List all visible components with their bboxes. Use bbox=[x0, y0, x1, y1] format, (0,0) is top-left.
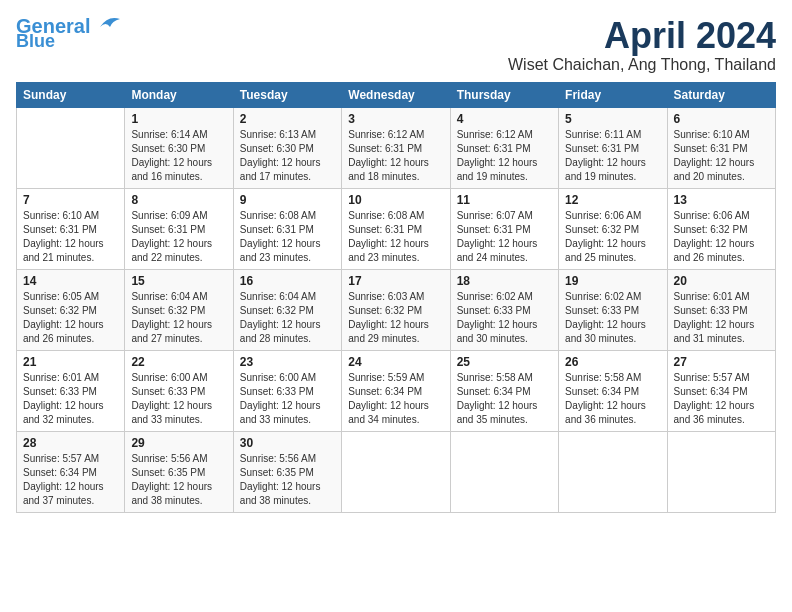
day-info: Sunrise: 6:03 AMSunset: 6:32 PMDaylight:… bbox=[348, 290, 443, 346]
day-info: Sunrise: 6:04 AMSunset: 6:32 PMDaylight:… bbox=[240, 290, 335, 346]
calendar-cell bbox=[559, 431, 667, 512]
calendar-week-row: 21Sunrise: 6:01 AMSunset: 6:33 PMDayligh… bbox=[17, 350, 776, 431]
calendar-cell: 27Sunrise: 5:57 AMSunset: 6:34 PMDayligh… bbox=[667, 350, 775, 431]
calendar-cell: 25Sunrise: 5:58 AMSunset: 6:34 PMDayligh… bbox=[450, 350, 558, 431]
day-number: 30 bbox=[240, 436, 335, 450]
day-number: 27 bbox=[674, 355, 769, 369]
day-number: 24 bbox=[348, 355, 443, 369]
calendar-cell: 15Sunrise: 6:04 AMSunset: 6:32 PMDayligh… bbox=[125, 269, 233, 350]
day-info: Sunrise: 6:00 AMSunset: 6:33 PMDaylight:… bbox=[131, 371, 226, 427]
page-header: General Blue April 2024 Wiset Chaichan, … bbox=[16, 16, 776, 74]
day-info: Sunrise: 5:56 AMSunset: 6:35 PMDaylight:… bbox=[240, 452, 335, 508]
calendar-cell: 16Sunrise: 6:04 AMSunset: 6:32 PMDayligh… bbox=[233, 269, 341, 350]
day-info: Sunrise: 5:57 AMSunset: 6:34 PMDaylight:… bbox=[23, 452, 118, 508]
day-info: Sunrise: 5:57 AMSunset: 6:34 PMDaylight:… bbox=[674, 371, 769, 427]
calendar-cell: 3Sunrise: 6:12 AMSunset: 6:31 PMDaylight… bbox=[342, 107, 450, 188]
day-info: Sunrise: 6:06 AMSunset: 6:32 PMDaylight:… bbox=[674, 209, 769, 265]
calendar-cell: 7Sunrise: 6:10 AMSunset: 6:31 PMDaylight… bbox=[17, 188, 125, 269]
day-number: 4 bbox=[457, 112, 552, 126]
calendar-cell: 10Sunrise: 6:08 AMSunset: 6:31 PMDayligh… bbox=[342, 188, 450, 269]
calendar-cell: 11Sunrise: 6:07 AMSunset: 6:31 PMDayligh… bbox=[450, 188, 558, 269]
day-number: 7 bbox=[23, 193, 118, 207]
day-info: Sunrise: 6:04 AMSunset: 6:32 PMDaylight:… bbox=[131, 290, 226, 346]
calendar-cell: 19Sunrise: 6:02 AMSunset: 6:33 PMDayligh… bbox=[559, 269, 667, 350]
day-info: Sunrise: 6:06 AMSunset: 6:32 PMDaylight:… bbox=[565, 209, 660, 265]
day-of-week-header: Monday bbox=[125, 82, 233, 107]
calendar-cell: 4Sunrise: 6:12 AMSunset: 6:31 PMDaylight… bbox=[450, 107, 558, 188]
day-info: Sunrise: 6:10 AMSunset: 6:31 PMDaylight:… bbox=[674, 128, 769, 184]
day-number: 18 bbox=[457, 274, 552, 288]
calendar-cell: 21Sunrise: 6:01 AMSunset: 6:33 PMDayligh… bbox=[17, 350, 125, 431]
location-title: Wiset Chaichan, Ang Thong, Thailand bbox=[508, 56, 776, 74]
day-info: Sunrise: 6:01 AMSunset: 6:33 PMDaylight:… bbox=[23, 371, 118, 427]
calendar-cell: 26Sunrise: 5:58 AMSunset: 6:34 PMDayligh… bbox=[559, 350, 667, 431]
calendar-cell bbox=[450, 431, 558, 512]
day-number: 20 bbox=[674, 274, 769, 288]
day-number: 6 bbox=[674, 112, 769, 126]
day-number: 23 bbox=[240, 355, 335, 369]
day-number: 10 bbox=[348, 193, 443, 207]
calendar-cell: 5Sunrise: 6:11 AMSunset: 6:31 PMDaylight… bbox=[559, 107, 667, 188]
calendar-cell: 17Sunrise: 6:03 AMSunset: 6:32 PMDayligh… bbox=[342, 269, 450, 350]
logo: General Blue bbox=[16, 16, 124, 50]
day-number: 12 bbox=[565, 193, 660, 207]
day-info: Sunrise: 6:08 AMSunset: 6:31 PMDaylight:… bbox=[240, 209, 335, 265]
day-number: 19 bbox=[565, 274, 660, 288]
day-info: Sunrise: 6:07 AMSunset: 6:31 PMDaylight:… bbox=[457, 209, 552, 265]
day-info: Sunrise: 5:58 AMSunset: 6:34 PMDaylight:… bbox=[565, 371, 660, 427]
calendar-cell: 29Sunrise: 5:56 AMSunset: 6:35 PMDayligh… bbox=[125, 431, 233, 512]
day-number: 26 bbox=[565, 355, 660, 369]
calendar-cell: 6Sunrise: 6:10 AMSunset: 6:31 PMDaylight… bbox=[667, 107, 775, 188]
day-info: Sunrise: 6:13 AMSunset: 6:30 PMDaylight:… bbox=[240, 128, 335, 184]
day-number: 29 bbox=[131, 436, 226, 450]
calendar-cell: 13Sunrise: 6:06 AMSunset: 6:32 PMDayligh… bbox=[667, 188, 775, 269]
day-number: 5 bbox=[565, 112, 660, 126]
day-of-week-header: Saturday bbox=[667, 82, 775, 107]
day-number: 3 bbox=[348, 112, 443, 126]
calendar-cell: 22Sunrise: 6:00 AMSunset: 6:33 PMDayligh… bbox=[125, 350, 233, 431]
calendar-cell: 20Sunrise: 6:01 AMSunset: 6:33 PMDayligh… bbox=[667, 269, 775, 350]
logo-blue-text: Blue bbox=[16, 32, 55, 50]
day-number: 16 bbox=[240, 274, 335, 288]
calendar-week-row: 28Sunrise: 5:57 AMSunset: 6:34 PMDayligh… bbox=[17, 431, 776, 512]
day-of-week-header: Sunday bbox=[17, 82, 125, 107]
calendar-cell: 28Sunrise: 5:57 AMSunset: 6:34 PMDayligh… bbox=[17, 431, 125, 512]
day-of-week-header: Thursday bbox=[450, 82, 558, 107]
calendar-cell: 24Sunrise: 5:59 AMSunset: 6:34 PMDayligh… bbox=[342, 350, 450, 431]
calendar-body: 1Sunrise: 6:14 AMSunset: 6:30 PMDaylight… bbox=[17, 107, 776, 512]
calendar-cell bbox=[342, 431, 450, 512]
month-title: April 2024 bbox=[508, 16, 776, 56]
calendar-cell: 1Sunrise: 6:14 AMSunset: 6:30 PMDaylight… bbox=[125, 107, 233, 188]
day-number: 14 bbox=[23, 274, 118, 288]
calendar-cell: 30Sunrise: 5:56 AMSunset: 6:35 PMDayligh… bbox=[233, 431, 341, 512]
calendar-cell bbox=[17, 107, 125, 188]
day-info: Sunrise: 6:12 AMSunset: 6:31 PMDaylight:… bbox=[348, 128, 443, 184]
title-block: April 2024 Wiset Chaichan, Ang Thong, Th… bbox=[508, 16, 776, 74]
calendar-cell: 14Sunrise: 6:05 AMSunset: 6:32 PMDayligh… bbox=[17, 269, 125, 350]
day-number: 13 bbox=[674, 193, 769, 207]
day-info: Sunrise: 6:02 AMSunset: 6:33 PMDaylight:… bbox=[457, 290, 552, 346]
day-of-week-header: Wednesday bbox=[342, 82, 450, 107]
calendar-week-row: 7Sunrise: 6:10 AMSunset: 6:31 PMDaylight… bbox=[17, 188, 776, 269]
calendar-cell: 23Sunrise: 6:00 AMSunset: 6:33 PMDayligh… bbox=[233, 350, 341, 431]
calendar-cell: 12Sunrise: 6:06 AMSunset: 6:32 PMDayligh… bbox=[559, 188, 667, 269]
day-number: 8 bbox=[131, 193, 226, 207]
day-number: 1 bbox=[131, 112, 226, 126]
day-number: 17 bbox=[348, 274, 443, 288]
day-info: Sunrise: 6:02 AMSunset: 6:33 PMDaylight:… bbox=[565, 290, 660, 346]
day-info: Sunrise: 5:59 AMSunset: 6:34 PMDaylight:… bbox=[348, 371, 443, 427]
day-info: Sunrise: 6:11 AMSunset: 6:31 PMDaylight:… bbox=[565, 128, 660, 184]
day-number: 25 bbox=[457, 355, 552, 369]
day-of-week-header: Tuesday bbox=[233, 82, 341, 107]
day-info: Sunrise: 6:09 AMSunset: 6:31 PMDaylight:… bbox=[131, 209, 226, 265]
calendar-cell: 8Sunrise: 6:09 AMSunset: 6:31 PMDaylight… bbox=[125, 188, 233, 269]
calendar-cell: 18Sunrise: 6:02 AMSunset: 6:33 PMDayligh… bbox=[450, 269, 558, 350]
day-info: Sunrise: 6:05 AMSunset: 6:32 PMDaylight:… bbox=[23, 290, 118, 346]
day-info: Sunrise: 6:08 AMSunset: 6:31 PMDaylight:… bbox=[348, 209, 443, 265]
day-info: Sunrise: 6:00 AMSunset: 6:33 PMDaylight:… bbox=[240, 371, 335, 427]
day-number: 21 bbox=[23, 355, 118, 369]
day-info: Sunrise: 5:56 AMSunset: 6:35 PMDaylight:… bbox=[131, 452, 226, 508]
day-number: 2 bbox=[240, 112, 335, 126]
calendar-week-row: 1Sunrise: 6:14 AMSunset: 6:30 PMDaylight… bbox=[17, 107, 776, 188]
day-info: Sunrise: 5:58 AMSunset: 6:34 PMDaylight:… bbox=[457, 371, 552, 427]
